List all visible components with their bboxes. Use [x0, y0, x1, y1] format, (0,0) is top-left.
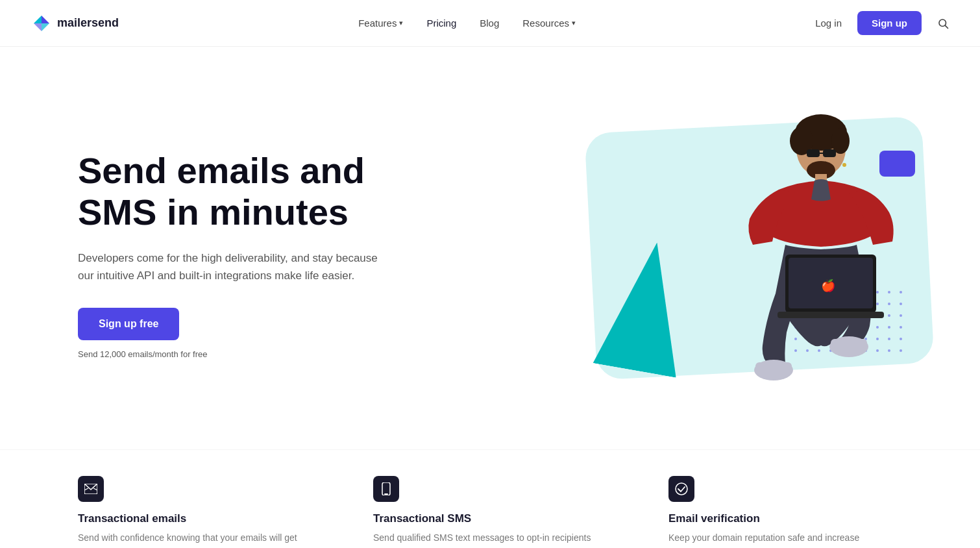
svg-marker-3 — [42, 23, 49, 31]
feature-emails-title: Transactional emails — [78, 512, 312, 525]
signup-button[interactable]: Sign up — [857, 11, 922, 35]
nav-pricing[interactable]: Pricing — [426, 18, 456, 29]
hero-cta-button[interactable]: Sign up free — [78, 308, 179, 340]
feature-verify-desc: Keep your domain reputation safe and inc… — [668, 530, 902, 548]
hero-section: Send emails and SMS in minutes Developer… — [0, 47, 980, 449]
hero-note: Send 12,000 emails/month for free — [78, 349, 389, 359]
hero-illustration: // Dots will be injected by JS below — [552, 99, 928, 410]
svg-rect-28 — [384, 493, 388, 495]
search-icon — [937, 18, 949, 29]
svg-rect-16 — [755, 362, 792, 371]
search-button[interactable] — [937, 18, 949, 29]
transactional-emails-icon — [78, 476, 104, 502]
nav-resources[interactable]: Resources — [522, 18, 576, 29]
svg-point-23 — [842, 163, 846, 167]
svg-marker-0 — [34, 16, 42, 23]
nav-blog[interactable]: Blog — [480, 18, 499, 29]
main-nav: mailersend Features Pricing Blog Resourc… — [0, 0, 980, 47]
svg-text:🍎: 🍎 — [821, 279, 836, 293]
feature-transactional-sms: Transactional SMS Send qualified SMS tex… — [373, 476, 607, 548]
feature-verify-title: Email verification — [668, 512, 902, 525]
phone-icon — [382, 482, 391, 495]
svg-line-25 — [84, 488, 88, 490]
svg-rect-10 — [807, 149, 820, 157]
features-section: Transactional emails Send with confidenc… — [0, 449, 980, 548]
email-icon — [84, 484, 97, 494]
login-button[interactable]: Log in — [815, 18, 842, 29]
person-svg: 🍎 — [701, 105, 909, 404]
feature-emails-desc: Send with confidence knowing that your e… — [78, 530, 312, 548]
svg-line-26 — [93, 488, 97, 490]
svg-marker-2 — [34, 23, 42, 31]
svg-marker-1 — [42, 16, 49, 23]
feature-sms-title: Transactional SMS — [373, 512, 607, 525]
hero-subtitle: Developers come for the high deliverabil… — [78, 249, 389, 284]
logo-icon — [31, 13, 52, 34]
hero-content: Send emails and SMS in minutes Developer… — [78, 150, 389, 359]
nav-actions: Log in Sign up — [815, 11, 949, 35]
nav-links: Features Pricing Blog Resources — [358, 18, 576, 29]
email-verification-icon — [668, 476, 694, 502]
feature-email-verification: Email verification Keep your domain repu… — [668, 476, 902, 548]
hero-title: Send emails and SMS in minutes — [78, 150, 389, 234]
svg-rect-22 — [778, 312, 884, 318]
person-illustration: 🍎 — [701, 105, 909, 404]
logo-link[interactable]: mailersend — [31, 13, 119, 34]
nav-features[interactable]: Features — [358, 18, 403, 29]
logo-text: mailersend — [57, 16, 119, 30]
svg-point-29 — [676, 483, 687, 495]
feature-transactional-emails: Transactional emails Send with confidenc… — [78, 476, 312, 548]
feature-sms-desc: Send qualified SMS text messages to opt-… — [373, 530, 607, 545]
svg-rect-18 — [831, 339, 867, 348]
transactional-sms-icon — [373, 476, 399, 502]
verify-icon — [675, 482, 688, 495]
svg-rect-11 — [823, 149, 836, 157]
svg-line-5 — [945, 25, 948, 28]
